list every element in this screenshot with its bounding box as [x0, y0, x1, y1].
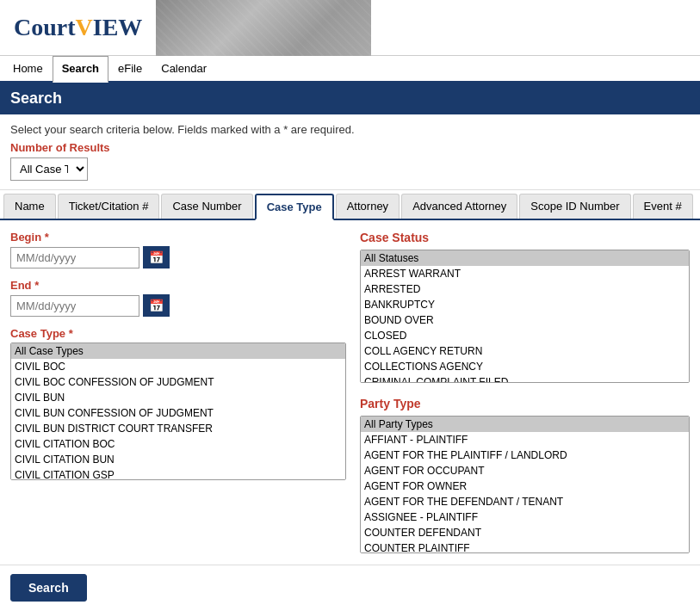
- nav-efile[interactable]: eFile: [108, 56, 152, 81]
- end-label: End *: [10, 279, 346, 292]
- party-agent-occupant[interactable]: AGENT FOR OCCUPANT: [361, 463, 689, 478]
- party-all[interactable]: All Party Types: [361, 417, 689, 432]
- tab-bar: Name Ticket/Citation # Case Number Case …: [0, 194, 700, 220]
- case-type-label: Case Type *: [10, 327, 346, 340]
- logo-iew: IEW: [93, 14, 143, 40]
- end-date-input[interactable]: [10, 295, 139, 317]
- logo: CourtVIEW: [0, 7, 156, 48]
- main-content: Begin * 📅 End * 📅 Case Type * All Case T…: [0, 220, 700, 565]
- case-type-listbox[interactable]: All Case Types CIVIL BOC CIVIL BOC CONFE…: [10, 343, 346, 480]
- nav-bar: Home Search eFile Calendar: [0, 56, 700, 83]
- case-type-civil-bun-confession[interactable]: CIVIL BUN CONFESSION OF JUDGMENT: [11, 405, 345, 421]
- party-assignee-plaintiff[interactable]: ASSIGNEE - PLAINTIFF: [361, 509, 689, 525]
- case-type-civil-citation-bun[interactable]: CIVIL CITATION BUN: [11, 452, 345, 467]
- nav-calendar[interactable]: Calendar: [152, 56, 216, 81]
- header: CourtVIEW: [0, 0, 700, 56]
- tab-advanced-attorney[interactable]: Advanced Attorney: [401, 194, 517, 219]
- end-date-wrap: 📅: [10, 294, 346, 317]
- page-title: Search: [0, 83, 700, 114]
- case-type-civil-citation-boc[interactable]: CIVIL CITATION BOC: [11, 436, 345, 452]
- party-agent-plaintiff-landlord[interactable]: AGENT FOR THE PLAINTIFF / LANDLORD: [361, 447, 689, 463]
- case-type-civil-boc-confession[interactable]: CIVIL BOC CONFESSION OF JUDGMENT: [11, 374, 345, 390]
- status-bound-over[interactable]: BOUND OVER: [361, 312, 689, 328]
- case-type-civil-citation-gsp[interactable]: CIVIL CITATION GSP: [11, 467, 345, 480]
- number-of-results-label: Number of Results: [10, 141, 690, 154]
- status-bankruptcy[interactable]: BANKRUPTCY: [361, 297, 689, 312]
- tab-case-number[interactable]: Case Number: [161, 194, 252, 219]
- status-arrested[interactable]: ARRESTED: [361, 281, 689, 297]
- search-button-section: Search: [0, 565, 700, 610]
- tab-case-type[interactable]: Case Type: [255, 194, 334, 220]
- logo-v-letter: V: [76, 14, 93, 40]
- status-closed[interactable]: CLOSED: [361, 328, 689, 343]
- party-counter-plaintiff[interactable]: COUNTER PLAINTIFF: [361, 540, 689, 553]
- party-counter-defendant[interactable]: COUNTER DEFENDANT: [361, 525, 689, 540]
- begin-date-wrap: 📅: [10, 246, 346, 268]
- status-all[interactable]: All Statuses: [361, 250, 689, 266]
- tab-name[interactable]: Name: [3, 194, 56, 219]
- search-button[interactable]: Search: [10, 574, 87, 602]
- logo-text: CourtVIEW: [14, 14, 142, 41]
- search-criteria-section: Select your search criteria below. Field…: [0, 114, 700, 190]
- tab-attorney[interactable]: Attorney: [336, 194, 400, 219]
- number-of-results-select[interactable]: All Case Types 50 100 200: [10, 157, 88, 181]
- case-status-listbox[interactable]: All Statuses ARREST WARRANT ARRESTED BAN…: [360, 250, 690, 383]
- case-type-civil-bun[interactable]: CIVIL BUN: [11, 390, 345, 405]
- begin-label: Begin *: [10, 231, 346, 244]
- case-type-civil-boc[interactable]: CIVIL BOC: [11, 359, 345, 374]
- search-criteria-text: Select your search criteria below. Field…: [10, 123, 690, 136]
- party-type-listbox[interactable]: All Party Types AFFIANT - PLAINTIFF AGEN…: [360, 416, 690, 553]
- begin-date-input[interactable]: [10, 247, 139, 268]
- header-image-overlay: [156, 0, 371, 56]
- begin-calendar-button[interactable]: 📅: [143, 246, 170, 268]
- nav-home[interactable]: Home: [3, 56, 53, 81]
- status-arrest-warrant[interactable]: ARREST WARRANT: [361, 266, 689, 281]
- case-type-all[interactable]: All Case Types: [11, 343, 345, 359]
- header-image: [156, 0, 371, 56]
- case-type-listbox-wrap: All Case Types CIVIL BOC CIVIL BOC CONFE…: [10, 343, 346, 480]
- party-type-label: Party Type: [360, 397, 690, 410]
- party-agent-owner[interactable]: AGENT FOR OWNER: [361, 478, 689, 494]
- nav-search[interactable]: Search: [53, 56, 108, 83]
- case-status-label: Case Status: [360, 231, 690, 244]
- right-panel: Case Status All Statuses ARREST WARRANT …: [360, 231, 690, 554]
- case-type-civil-bun-district[interactable]: CIVIL BUN DISTRICT COURT TRANSFER: [11, 421, 345, 436]
- status-criminal-complaint[interactable]: CRIMINAL COMPLAINT FILED: [361, 374, 689, 383]
- status-collections-agency[interactable]: COLLECTIONS AGENCY: [361, 359, 689, 374]
- status-coll-agency-return[interactable]: COLL AGENCY RETURN: [361, 343, 689, 359]
- end-calendar-button[interactable]: 📅: [143, 294, 170, 317]
- party-affiant-plaintiff[interactable]: AFFIANT - PLAINTIFF: [361, 432, 689, 447]
- left-panel: Begin * 📅 End * 📅 Case Type * All Case T…: [10, 231, 346, 554]
- party-agent-defendant-tenant[interactable]: AGENT FOR THE DEFENDANT / TENANT: [361, 494, 689, 509]
- tab-ticket-citation[interactable]: Ticket/Citation #: [58, 194, 160, 219]
- tab-event-number[interactable]: Event #: [633, 194, 693, 219]
- tab-scope-id[interactable]: Scope ID Number: [519, 194, 630, 219]
